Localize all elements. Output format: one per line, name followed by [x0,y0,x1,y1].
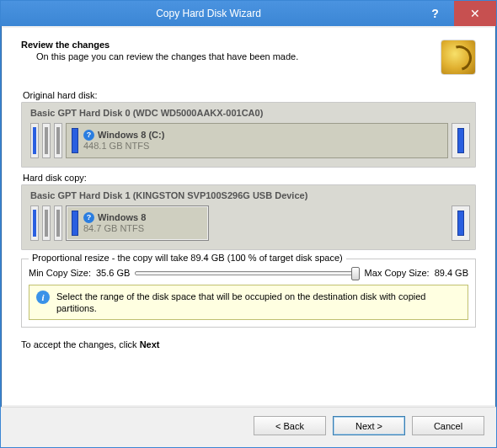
slider-thumb-icon[interactable] [351,267,360,280]
partition-stub[interactable] [452,205,470,241]
min-size-value: 35.6 GB [96,268,130,278]
back-button[interactable]: < Back [254,416,326,435]
info-icon: i [36,291,50,304]
min-size-label: Min Copy Size: [29,268,91,278]
wizard-icon [441,40,476,75]
accept-hint: To accept the changes, click Next [21,339,476,349]
original-disk-title: Basic GPT Hard Disk 0 (WDC WD5000AAKX-00… [30,108,470,118]
wizard-window: Copy Hard Disk Wizard ? ✕ Review the cha… [0,0,497,448]
partition-stub[interactable] [42,123,51,158]
info-text: Select the range of the disk space that … [56,291,461,314]
original-partition-map: ? Windows 8 (C:) 448.1 GB NTFS [30,123,470,158]
window-title: Copy Hard Disk Wizard [1,8,416,19]
copy-disk-label: Hard disk copy: [23,173,476,183]
resize-group: Proportional resize - the copy will take… [21,259,476,328]
copy-main-partition[interactable]: ? Windows 8 84.7 GB NTFS [66,205,209,241]
copy-partition-map: ? Windows 8 84.7 GB NTFS [30,205,470,241]
partition-stub[interactable] [54,205,62,241]
usage-bar-icon [72,128,78,153]
cancel-button[interactable]: Cancel [412,416,484,435]
next-button[interactable]: Next > [333,416,405,435]
page-subtitle: On this page you can review the changes … [36,51,441,61]
page-header: Review the changes On this page you can … [21,40,476,75]
partition-stub[interactable] [452,123,470,158]
help-button[interactable]: ? [416,1,454,26]
titlebar: Copy Hard Disk Wizard ? ✕ [1,1,496,26]
original-main-partition[interactable]: ? Windows 8 (C:) 448.1 GB NTFS [66,123,448,158]
info-box: i Select the range of the disk space tha… [29,285,468,320]
resize-slider[interactable] [135,271,359,275]
window-controls: ? ✕ [416,1,496,26]
original-disk-panel: Basic GPT Hard Disk 0 (WDC WD5000AAKX-00… [21,102,476,168]
partition-size: 84.7 GB NTFS [83,223,146,234]
partition-stub[interactable] [42,205,51,241]
original-disk-label: Original hard disk: [23,90,476,100]
copy-disk-title: Basic GPT Hard Disk 1 (KINGSTON SVP100S2… [30,190,470,200]
close-button[interactable]: ✕ [454,1,496,26]
copy-disk-panel: Basic GPT Hard Disk 1 (KINGSTON SVP100S2… [21,184,476,250]
partition-name: Windows 8 [98,212,146,223]
wizard-footer: < Back Next > Cancel [1,407,496,447]
partition-stub[interactable] [30,205,39,241]
help-badge-icon: ? [83,130,94,141]
usage-bar-icon [72,211,78,236]
partition-size: 448.1 GB NTFS [83,141,164,152]
max-size-value: 89.4 GB [435,268,468,278]
help-badge-icon: ? [83,212,94,223]
resize-legend: Proportional resize - the copy will take… [29,253,346,263]
wizard-body: Review the changes On this page you can … [3,28,494,405]
resize-slider-row: Min Copy Size: 35.6 GB Max Copy Size: 89… [29,268,468,278]
partition-name: Windows 8 (C:) [98,130,164,141]
page-title: Review the changes [21,40,441,50]
partition-stub[interactable] [30,123,39,158]
partition-stub[interactable] [54,123,62,158]
max-size-label: Max Copy Size: [365,268,430,278]
